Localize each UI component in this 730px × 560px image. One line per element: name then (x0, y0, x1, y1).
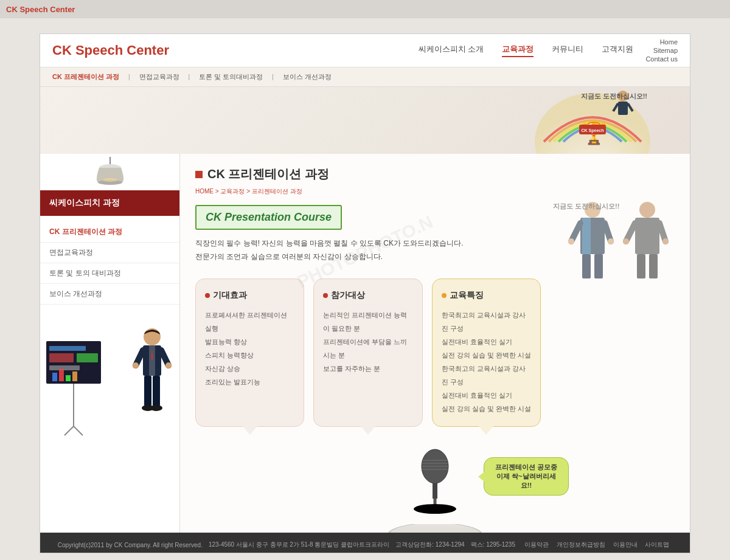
people-photo-caption: 지금도 도전하십시오!! (553, 202, 619, 211)
mic-speech-bubble: 프리젠테이션 공모중 이제 싹~날려버리세요!! (484, 457, 569, 496)
breadcrumb-text: HOME > 교육과정 > 프리젠테이션 과정 (195, 188, 302, 195)
box3-bubble-tail (479, 426, 493, 435)
main-layout: 씨케이스피치 과정 CK 프리젠테이션 과정 면접교육과정 토론 및 토의 대비… (40, 154, 690, 533)
footer-link-privacy[interactable]: 개인정보취급방침 (557, 541, 605, 548)
box3-item-0: 한국최고의 교육시설과 강사진 구성 (442, 308, 531, 335)
box2-item-0: 논리적인 프리젠테이션 능력이 필요한 분 (323, 308, 412, 335)
nav-community[interactable]: 커뮤니티 (552, 44, 583, 57)
sidebar-lamp-area (40, 154, 179, 190)
browser-title: CK Speech Center (6, 5, 75, 14)
box3-item-2: 실전 강의 실습 및 완벽한 시설 (442, 348, 531, 362)
svg-line-14 (74, 426, 83, 435)
svg-rect-38 (582, 218, 591, 254)
nav-intro[interactable]: 씨케이스피치 소개 (419, 44, 484, 57)
footer: Copyright(c)2011 by CK Company. All righ… (40, 533, 690, 553)
footer-link-guide[interactable]: 이용안내 (613, 541, 638, 548)
sub-nav-item-0[interactable]: CK 프레젠테이션 과정 (52, 72, 119, 81)
svg-rect-51 (637, 254, 645, 278)
svg-line-13 (64, 426, 74, 435)
svg-line-7 (628, 103, 633, 111)
info-box-features: 교육특징 한국최고의 교육시설과 강사진 구성 실전대비 효율적인 실기 실전 … (432, 278, 541, 427)
box2-title: 참가대상 (323, 290, 412, 301)
svg-point-50 (662, 238, 669, 244)
box2-item-2: 보고를 자주하는 분 (323, 362, 412, 375)
svg-rect-5 (618, 102, 628, 115)
sub-nav: CK 프레젠테이션 과정 | 면접교육과정 | 토론 및 토의대비과정 | 보이… (40, 67, 690, 87)
svg-rect-43 (582, 254, 591, 278)
nav-support[interactable]: 고객지원 (602, 44, 633, 57)
lamp-icon (92, 157, 128, 190)
svg-text:CK Speech: CK Speech (582, 128, 604, 133)
svg-point-30 (133, 362, 139, 368)
breadcrumb: HOME > 교육과정 > 프리젠테이션 과정 (195, 187, 675, 196)
sub-nav-item-2[interactable]: 토론 및 토의대비과정 (199, 72, 263, 81)
svg-rect-16 (49, 346, 86, 351)
sub-nav-item-1[interactable]: 면접교육과정 (139, 72, 179, 81)
sidebar-menu: CK 프리젠테이션 과정 면접교육과정 토론 및 토의 대비과정 보이스 개선과… (40, 216, 179, 311)
box3-item-4: 실전대비 효율적인 실기 (442, 389, 531, 402)
svg-rect-32 (144, 376, 151, 406)
svg-rect-44 (594, 254, 603, 278)
box3-item-1: 실전대비 효율적인 실기 (442, 335, 531, 348)
top-right-links: Home Sitemap Contact us (645, 38, 678, 63)
hero-caption: 지금도 도전하십시오!! (581, 92, 647, 101)
site-wrapper: CK Speech Center 씨케이스피치 소개 교육과정 커뮤니티 고객지… (40, 33, 690, 553)
info-boxes: 기대효과 프로페셔셔한 프리젠테이션 실행 발표능력 향상 스피치 능력향상 자… (195, 278, 541, 427)
svg-point-35 (150, 405, 162, 411)
footer-link-sitemap[interactable]: 사이트맵 (645, 541, 669, 548)
box3-item-5: 실전 강의 실습 및 완벽한 시설 (442, 402, 531, 415)
page-title: CK 프리젠테이션 과정 (207, 166, 329, 182)
box2-dot (323, 293, 328, 298)
mic-container: 프리젠테이션 공모중 이제 싹~날려버리세요!! (386, 445, 484, 533)
top-nav: CK Speech Center 씨케이스피치 소개 교육과정 커뮤니티 고객지… (40, 34, 690, 67)
svg-line-47 (626, 223, 635, 241)
person2-icon (620, 199, 675, 284)
sidebar-item-debate[interactable]: 토론 및 토의 대비과정 (40, 263, 179, 284)
box2-item-1: 프리젠테이션에 부담을 느끼시는 분 (323, 335, 412, 362)
site-logo: CK Speech Center (52, 43, 169, 58)
svg-point-11 (103, 178, 117, 182)
box1-list: 프로페셔셔한 프리젠테이션 실행 발표능력 향상 스피치 능력향상 자신감 상승… (205, 308, 294, 389)
page-title-icon (195, 171, 203, 178)
sub-nav-item-3[interactable]: 보이스 개선과정 (283, 72, 332, 81)
logo-text: Speech Center (75, 43, 169, 58)
box2-list: 논리적인 프리젠테이션 능력이 필요한 분 프리젠테이션에 부담을 느끼시는 분… (323, 308, 412, 375)
footer-link-terms[interactable]: 이용약관 (524, 541, 549, 548)
box1-item-2: 스피치 능력향상 (205, 348, 294, 362)
svg-rect-22 (66, 375, 71, 381)
people-photo-area: 지금도 도전하십시오!! (553, 199, 675, 284)
mic-bubble-line1: 프리젠테이션 공모중 (492, 463, 561, 472)
link-home[interactable]: Home (660, 38, 678, 46)
link-contact[interactable]: Contact us (645, 55, 678, 63)
sidebar-item-interview[interactable]: 면접교육과정 (40, 243, 179, 263)
sidebar-title: 씨케이스피치 과정 (40, 190, 179, 216)
svg-rect-20 (52, 373, 57, 381)
footer-fax: 팩스: 1295-1235 (471, 541, 515, 549)
presenter-figure-icon (131, 326, 173, 438)
svg-rect-58 (433, 483, 437, 499)
presentation-board-icon (43, 329, 116, 438)
svg-point-64 (391, 524, 479, 533)
svg-rect-18 (77, 353, 98, 362)
svg-point-45 (639, 202, 655, 218)
footer-address: 123-4560 서울시 중구 충무로 2가 51-8 통문빌딩 클럽아트크프라… (209, 541, 389, 549)
box1-item-1: 발표능력 향상 (205, 335, 294, 348)
microphone-icon (405, 445, 465, 524)
box1-dot (205, 293, 210, 298)
stage-icon (386, 524, 484, 533)
sidebar-item-presentation[interactable]: CK 프리젠테이션 과정 (40, 222, 179, 243)
svg-rect-17 (49, 353, 74, 362)
box3-dot (442, 293, 447, 298)
link-sitemap[interactable]: Sitemap (653, 47, 678, 54)
svg-point-60 (414, 504, 456, 514)
svg-rect-33 (153, 376, 160, 406)
box3-list: 한국최고의 교육시설과 강사진 구성 실전대비 효율적인 실기 실전 강의 실습… (442, 308, 531, 415)
svg-point-31 (165, 362, 172, 368)
svg-line-6 (613, 103, 618, 111)
nav-courses[interactable]: 교육과정 (502, 44, 534, 57)
svg-point-41 (568, 238, 574, 244)
sidebar-item-voice[interactable]: 보이스 개선과정 (40, 284, 179, 305)
footer-copyright: Copyright(c)2011 by CK Company. All righ… (58, 542, 203, 548)
svg-point-42 (608, 238, 614, 244)
page-title-bar: CK 프리젠테이션 과정 (195, 166, 675, 182)
